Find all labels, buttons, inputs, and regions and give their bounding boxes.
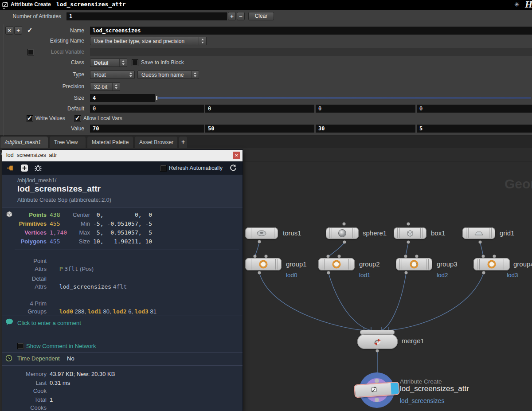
houdini-app: Geometry torus1	[0, 0, 532, 411]
type-dropdown[interactable]: Float	[90, 70, 135, 79]
value-field-3[interactable]: 5	[417, 125, 532, 133]
size-slider-handle[interactable]	[156, 96, 157, 100]
info-window-titlebar[interactable]: lod_screensizes_attr ×	[2, 150, 243, 161]
tab-asset-browser[interactable]: Asset Browser×	[135, 137, 177, 148]
node-group4[interactable]	[473, 258, 510, 270]
clear-button[interactable]: Clear	[248, 12, 274, 20]
attribcreate-input-dot[interactable]	[375, 379, 379, 383]
gear-icon[interactable]: ✳	[514, 1, 520, 8]
detail-attr-type: 4flt	[113, 283, 127, 290]
group-icon	[332, 260, 341, 269]
detail-attrs-label: Detail	[4, 275, 47, 283]
primitives-label: Primitives	[4, 220, 47, 228]
node-label-group3[interactable]: group3	[437, 260, 458, 268]
primitives-value: 455	[50, 220, 60, 228]
tab-material-palette[interactable]: Material Palette×	[87, 137, 133, 148]
group-icon	[259, 260, 268, 269]
bug-icon[interactable]	[34, 164, 42, 172]
add-attribute-button[interactable]: +	[228, 12, 236, 20]
remove-attribute-button[interactable]: −	[237, 12, 245, 20]
existing-name-label: Existing Name	[0, 37, 84, 45]
node-type-title: Attribute Create	[11, 1, 51, 8]
last-cook-sub: Cook	[4, 387, 47, 395]
size-slider[interactable]	[158, 98, 531, 98]
node-title: lod_screensizes_attr	[17, 184, 101, 194]
default-field-3[interactable]: 0	[417, 105, 532, 113]
refresh-icon[interactable]	[229, 164, 237, 172]
node-sphere1[interactable]	[326, 227, 359, 239]
memory-label: Memory	[4, 370, 47, 378]
group-name: lod0	[59, 308, 73, 315]
point-attrs-sub: Attrs	[4, 265, 47, 273]
info-close-button[interactable]: ×	[233, 152, 240, 159]
num-attributes-field[interactable]: 1	[66, 12, 227, 20]
node-label-group1[interactable]: group1	[286, 260, 307, 268]
points-label: Points	[4, 211, 47, 219]
default-label: Default	[0, 105, 84, 113]
grid-icon	[473, 230, 484, 236]
node-label-merge1[interactable]: merge1	[402, 337, 424, 345]
default-field-0[interactable]: 0	[90, 105, 204, 113]
name-field[interactable]: lod_screensizes	[90, 27, 532, 35]
comment-placeholder[interactable]: Click to enter a comment	[17, 319, 81, 327]
dropdown-spinner-icon	[119, 59, 127, 67]
node-group2[interactable]	[318, 258, 355, 270]
info-header: /obj/lod_mesh1/ lod_screensizes_attr Att…	[2, 175, 243, 207]
node-path: /obj/lod_mesh1/	[17, 177, 56, 184]
node-info-window: lod_screensizes_attr × Refresh Automatic…	[2, 150, 243, 411]
local-variable-label: Local Variable	[0, 48, 84, 56]
guess-from-name-dropdown[interactable]: Guess from name	[137, 70, 199, 79]
node-label-group2[interactable]: group2	[359, 260, 380, 268]
size-bounds-label: Size	[63, 238, 90, 246]
allow-local-vars-checkbox[interactable]	[74, 115, 81, 122]
tab-tree-view[interactable]: Tree View×	[50, 137, 86, 148]
value-field-1[interactable]: 50	[205, 125, 314, 133]
box-icon	[406, 229, 415, 238]
node-name-field[interactable]: lod_screensizes_attr	[56, 1, 126, 8]
group-count: 81	[150, 308, 156, 315]
refresh-auto-checkbox[interactable]	[160, 165, 167, 172]
node-label-box1[interactable]: box1	[431, 229, 446, 237]
info-window-toolbar: Refresh Automatically	[2, 161, 243, 175]
pin-icon[interactable]	[6, 164, 14, 172]
attribcreate-tag: lod_screensizes	[400, 397, 444, 404]
size-field[interactable]: 4	[90, 94, 155, 102]
torus-icon	[256, 230, 267, 237]
refresh-auto-label: Refresh Automatically	[169, 164, 223, 172]
node-group1[interactable]	[245, 258, 282, 270]
node-box1[interactable]	[394, 227, 426, 239]
precision-dropdown[interactable]: 32-bit	[90, 82, 120, 91]
prim-groups-sub: Groups	[4, 308, 47, 316]
existing-name-dropdown[interactable]: Use the better type, size and precision	[90, 37, 207, 45]
attribcreate-name-label[interactable]: lod_screensizes_attr	[400, 385, 469, 393]
tab-obj-lod-mesh1[interactable]: /obj/lod_mesh1×	[0, 137, 48, 148]
default-field-2[interactable]: 0	[316, 105, 415, 113]
node-torus1[interactable]	[245, 227, 278, 239]
value-label: Value	[0, 125, 84, 133]
node-grid1[interactable]	[462, 227, 495, 239]
default-field-1[interactable]: 0	[205, 105, 314, 113]
time-dependent-label: Time Dependent	[17, 355, 60, 363]
time-dependent-value: No	[67, 355, 74, 363]
value-field-2[interactable]: 30	[316, 125, 415, 133]
write-values-checkbox[interactable]	[27, 115, 33, 122]
node-label-torus1[interactable]: torus1	[283, 229, 301, 237]
attribcreate-node-icon[interactable]	[2, 1, 9, 8]
new-tab-button[interactable]: +	[179, 137, 187, 148]
show-comment-checkbox[interactable]	[17, 343, 24, 349]
parameter-pane-titlebar: Attribute Create lod_screensizes_attr ✳ …	[0, 0, 532, 10]
attribcreate-output-dot[interactable]	[375, 398, 379, 402]
node-label-sphere1[interactable]: sphere1	[363, 229, 387, 237]
attribcreate-display-flag[interactable]	[391, 383, 399, 395]
node-merge1[interactable]	[357, 334, 398, 349]
node-group3[interactable]	[396, 258, 432, 270]
save-to-info-block-checkbox[interactable]	[132, 59, 138, 66]
clock-icon	[5, 355, 12, 362]
class-dropdown[interactable]: Detail	[90, 59, 127, 67]
add-pane-icon[interactable]	[21, 164, 28, 172]
name-label: Name	[0, 27, 84, 35]
node-label-group4[interactable]: group4	[513, 260, 532, 268]
min-value: -5, -0.951057, -5	[93, 220, 152, 228]
node-label-grid1[interactable]: grid1	[500, 229, 514, 237]
value-field-0[interactable]: 70	[90, 125, 204, 133]
